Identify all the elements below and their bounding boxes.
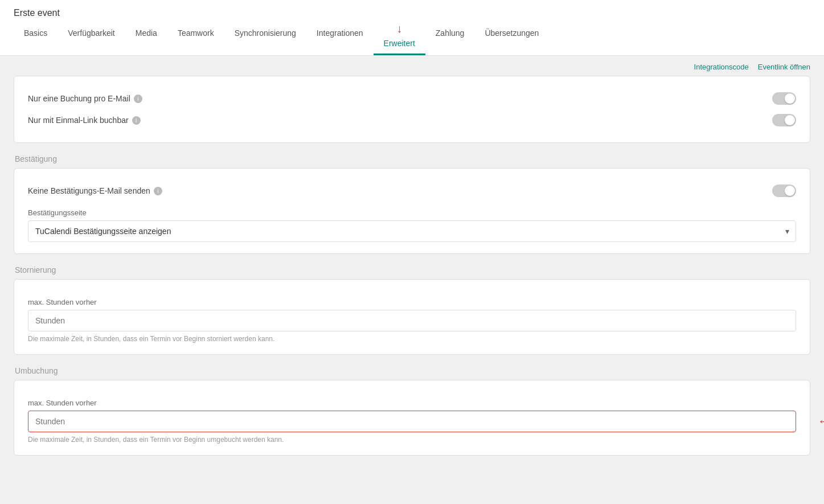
booking-card: Nur eine Buchung pro E-Mail i Nur mit Ei… <box>14 76 810 143</box>
tab-teamwork[interactable]: Teamwork <box>167 23 224 55</box>
umbuchung-section: Umbuchung max. Stunden vorher ← Die maxi… <box>0 366 824 467</box>
tab-zahlung[interactable]: Zahlung <box>425 23 475 55</box>
right-arrow-indicator: ← <box>818 414 824 429</box>
umbuchung-input[interactable] <box>28 411 796 432</box>
confirmation-section: Bestätigung Keine Bestätigungs-E-Mail se… <box>0 154 824 265</box>
info-icon-1[interactable]: i <box>134 95 142 103</box>
confirmation-toggle-text: Keine Bestätigungs-E-Mail senden <box>28 186 150 195</box>
tab-erweitert[interactable]: Erweitert <box>374 33 425 55</box>
stornierung-field-label: max. Stunden vorher <box>28 298 796 306</box>
action-links-bar: Integrationscode Eventlink öffnen <box>0 56 824 76</box>
umbuchung-field-label: max. Stunden vorher <box>28 399 796 407</box>
umbuchung-card: max. Stunden vorher ← Die maximale Zeit,… <box>14 380 810 456</box>
toggle-switch-3[interactable] <box>772 185 796 197</box>
confirmation-label: Bestätigung <box>14 154 810 163</box>
stornierung-hint: Die maximale Zeit, in Stunden, dass ein … <box>28 335 796 343</box>
tab-synchronisierung[interactable]: Synchronisierung <box>224 23 306 55</box>
tab-erweitert-wrapper: ↓ Erweitert <box>374 23 425 55</box>
confirmation-page-select[interactable]: TuCalendi Bestätigungsseite anzeigen Eig… <box>28 220 796 242</box>
toggle-switch-2[interactable] <box>772 114 796 126</box>
toggle-row-2: Nur mit Einmal-Link buchbar i <box>28 109 796 131</box>
toggle-switch-1[interactable] <box>772 92 796 105</box>
stornierung-group: max. Stunden vorher Die maximale Zeit, i… <box>28 298 796 343</box>
stornierung-card: max. Stunden vorher Die maximale Zeit, i… <box>14 279 810 355</box>
umbuchung-input-wrapper: ← <box>28 411 796 432</box>
confirmation-toggle-label: Keine Bestätigungs-E-Mail senden i <box>28 186 162 195</box>
toggle-text-2: Nur mit Einmal-Link buchbar <box>28 116 129 125</box>
stornierung-input[interactable] <box>28 310 796 331</box>
integrationscode-link[interactable]: Integrationscode <box>694 63 749 71</box>
toggle-text-1: Nur eine Buchung pro E-Mail <box>28 94 130 103</box>
select-wrapper: TuCalendi Bestätigungsseite anzeigen Eig… <box>28 220 796 242</box>
eventlink-link[interactable]: Eventlink öffnen <box>758 63 810 71</box>
info-icon-2[interactable]: i <box>132 116 141 125</box>
tab-media[interactable]: Media <box>125 23 167 55</box>
stornierung-section: Stornierung max. Stunden vorher Die maxi… <box>0 265 824 366</box>
umbuchung-group: max. Stunden vorher ← Die maximale Zeit,… <box>28 399 796 444</box>
tab-basics[interactable]: Basics <box>14 23 58 55</box>
main-content: Integrationscode Eventlink öffnen Nur ei… <box>0 56 824 490</box>
page-title: Erste event <box>14 0 810 18</box>
toggle-row-1: Nur eine Buchung pro E-Mail i <box>28 88 796 109</box>
confirmation-page-group: Bestätigungsseite TuCalendi Bestätigungs… <box>28 208 796 242</box>
toggle-label-1: Nur eine Buchung pro E-Mail i <box>28 94 142 103</box>
toggle-label-2: Nur mit Einmal-Link buchbar i <box>28 116 141 125</box>
tab-verfugbarkeit[interactable]: Verfügbarkeit <box>58 23 125 55</box>
confirmation-toggle-row: Keine Bestätigungs-E-Mail senden i <box>28 180 796 202</box>
tab-arrow-indicator: ↓ <box>374 23 425 34</box>
confirmation-page-label: Bestätigungsseite <box>28 208 796 217</box>
tab-integrationen[interactable]: Integrationen <box>306 23 374 55</box>
booking-section: Nur eine Buchung pro E-Mail i Nur mit Ei… <box>0 76 824 154</box>
tab-bar: Basics Verfügbarkeit Media Teamwork Sync… <box>14 23 810 55</box>
info-icon-3[interactable]: i <box>154 187 162 195</box>
stornierung-label: Stornierung <box>14 265 810 274</box>
tab-ubersetzungen[interactable]: Übersetzungen <box>474 23 549 55</box>
umbuchung-hint: Die maximale Zeit, in Stunden, dass ein … <box>28 436 796 444</box>
confirmation-card: Keine Bestätigungs-E-Mail senden i Bestä… <box>14 168 810 254</box>
header: Erste event Basics Verfügbarkeit Media T… <box>0 0 824 56</box>
umbuchung-label: Umbuchung <box>14 366 810 375</box>
